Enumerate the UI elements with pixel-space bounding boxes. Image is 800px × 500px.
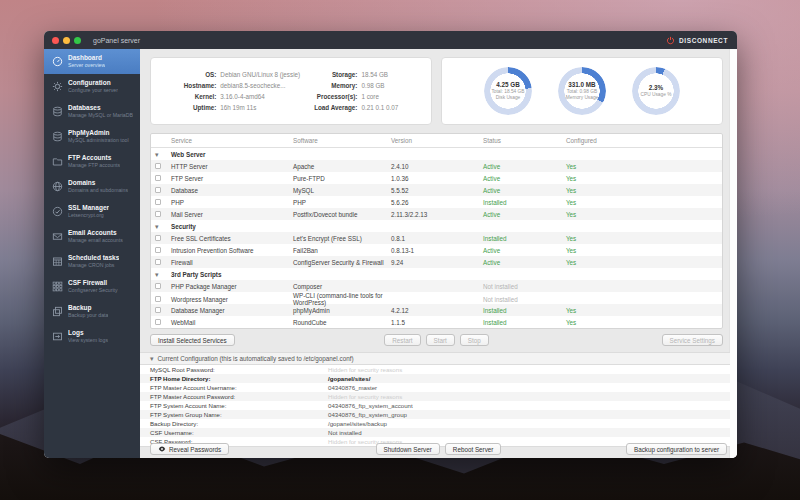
status-badge: Active	[483, 247, 566, 254]
info-label: Uptime:	[184, 104, 217, 111]
service-row[interactable]: Mail ServerPostfix/Dovecot bundle2.11.3/…	[151, 208, 722, 220]
sidebar-item-backup[interactable]: BackupBackup your data	[44, 299, 140, 324]
grid-icon	[51, 281, 63, 293]
info-label: Hostname:	[184, 82, 217, 89]
config-panel: MySQL Root Password:Hidden for security …	[140, 365, 730, 447]
sidebar-item-subtitle: MySQL administration tool	[68, 137, 129, 144]
service-row[interactable]: Free SSL CertificatesLet's Encrypt (Free…	[151, 232, 722, 244]
info-value: Debian GNU/Linux 8 (jessie)	[220, 71, 300, 78]
col-version: Version	[391, 137, 483, 144]
status-badge: Not installed	[483, 296, 566, 303]
config-row: FTP Master Account Password:Hidden for s…	[140, 392, 730, 401]
minimize-button[interactable]	[63, 37, 70, 44]
config-row: FTP Home Directory:/gopanel/sites/	[140, 374, 730, 383]
col-service: Service	[171, 137, 293, 144]
reveal-passwords-button[interactable]: Reveal Passwords	[150, 443, 229, 455]
sidebar-item-configuration[interactable]: ConfigurationConfigure your server	[44, 74, 140, 99]
reboot-server-button[interactable]: Reboot Server	[445, 443, 502, 455]
info-value: 0.21 0.1 0.07	[361, 104, 398, 111]
sidebar-item-title: Dashboard	[68, 54, 105, 62]
export-arrow-icon	[51, 331, 63, 343]
calendar-icon	[51, 256, 63, 268]
zoom-button[interactable]	[74, 37, 81, 44]
service-row[interactable]: PHP Package ManagerComposerNot installed	[151, 280, 722, 292]
service-row[interactable]: WebMailRoundCube1.1.5InstalledYes	[151, 316, 722, 328]
window-titlebar: goPanel server DISCONNECT	[44, 31, 737, 49]
status-badge: Installed	[483, 235, 566, 242]
config-row: FTP Master Account Username:04340876_mas…	[140, 383, 730, 392]
sidebar-item-ftp-accounts[interactable]: FTP AccountsManage FTP accounts	[44, 149, 140, 174]
server-info-right: Storage:18.54 GB Memory:0.98 GB Processo…	[314, 71, 398, 111]
service-row[interactable]: Intrusion Prevention SoftwareFail2Ban0.8…	[151, 244, 722, 256]
restart-button[interactable]: Restart	[384, 334, 420, 346]
group-row-security[interactable]: ▾Security	[151, 220, 722, 232]
service-row[interactable]: HTTP ServerApache2.4.10ActiveYes	[151, 160, 722, 172]
power-icon	[666, 36, 675, 45]
sidebar-item-title: Logs	[68, 329, 108, 337]
copy-icon	[51, 306, 63, 318]
service-settings-button[interactable]: Service Settings	[662, 334, 724, 346]
start-button[interactable]: Start	[426, 334, 455, 346]
window-title: goPanel server	[93, 37, 140, 44]
usage-card: 4.25 GBTotal: 18.54 GBDisk Usage 331.0 M…	[441, 57, 723, 125]
sidebar-item-subtitle: View system logs	[68, 337, 108, 344]
stop-button[interactable]: Stop	[460, 334, 489, 346]
row-checkbox[interactable]	[155, 163, 161, 169]
sidebar-item-domains[interactable]: DomainsDomains and subdomains	[44, 174, 140, 199]
cpu-usage-text: 2.3%CPU Usage %	[632, 67, 680, 115]
disconnect-button[interactable]: DISCONNECT	[666, 36, 728, 45]
row-checkbox[interactable]	[155, 259, 161, 265]
status-badge: Installed	[483, 307, 566, 314]
sidebar-item-title: Configuration	[68, 79, 118, 87]
sidebar-item-databases[interactable]: DatabasesManage MySQL or MariaDB	[44, 99, 140, 124]
row-checkbox[interactable]	[155, 235, 161, 241]
sidebar-item-phpmyadmin[interactable]: PhpMyAdminMySQL administration tool	[44, 124, 140, 149]
services-table-header: Service Software Version Status Configur…	[151, 134, 722, 148]
info-value: 0.98 GB	[361, 82, 398, 89]
sidebar-item-subtitle: Domains and subdomains	[68, 187, 128, 194]
sidebar-item-csf-firewall[interactable]: CSF FirewallConfigserver Security	[44, 274, 140, 299]
sidebar-item-scheduled-tasks[interactable]: Scheduled tasksManage CRON jobs	[44, 249, 140, 274]
service-row[interactable]: DatabaseMySQL5.5.52ActiveYes	[151, 184, 722, 196]
check-circle-icon	[51, 206, 63, 218]
row-checkbox[interactable]	[155, 187, 161, 193]
shutdown-server-button[interactable]: Shutdown Server	[376, 443, 440, 455]
service-row[interactable]: Database ManagerphpMyAdmin4.2.12Installe…	[151, 304, 722, 316]
sidebar-item-subtitle: Manage FTP accounts	[68, 162, 120, 169]
info-label: OS:	[184, 71, 217, 78]
row-checkbox[interactable]	[155, 247, 161, 253]
table-actions-bar: Restart Start Stop Install Selected Serv…	[150, 334, 723, 347]
service-row[interactable]: PHPPHP5.6.26InstalledYes	[151, 196, 722, 208]
group-row-3rd-party[interactable]: ▾3rd Party Scripts	[151, 268, 722, 280]
database-icon	[51, 106, 63, 118]
config-section-header[interactable]: ▾ Current Configuration (this is automat…	[140, 352, 730, 365]
row-checkbox[interactable]	[155, 175, 161, 181]
gauge-icon	[51, 56, 63, 68]
row-checkbox[interactable]	[155, 199, 161, 205]
row-checkbox[interactable]	[155, 307, 161, 313]
sidebar-item-subtitle: Server overview	[68, 62, 105, 69]
service-row[interactable]: Wordpress ManagerWP-CLI (command-line to…	[151, 292, 722, 304]
service-row[interactable]: FTP ServerPure-FTPD1.0.36ActiveYes	[151, 172, 722, 184]
sidebar-item-title: FTP Accounts	[68, 154, 120, 162]
scrollbar-track[interactable]	[729, 49, 737, 458]
backup-configuration-button[interactable]: Backup configuration to server	[626, 443, 727, 455]
sidebar-item-title: Domains	[68, 179, 128, 187]
close-button[interactable]	[52, 37, 59, 44]
row-checkbox[interactable]	[155, 283, 161, 289]
install-selected-services-button[interactable]: Install Selected Services	[150, 334, 235, 346]
row-checkbox[interactable]	[155, 211, 161, 217]
row-checkbox[interactable]	[155, 296, 161, 302]
sidebar-item-subtitle: Letsencrypt.org	[68, 212, 109, 219]
row-checkbox[interactable]	[155, 319, 161, 325]
sidebar-item-dashboard[interactable]: DashboardServer overview	[44, 49, 140, 74]
status-badge: Installed	[483, 319, 566, 326]
group-row-web-server[interactable]: ▾Web Server	[151, 148, 722, 160]
info-label: Storage:	[314, 71, 357, 78]
sidebar-item-ssl-manager[interactable]: SSL ManagerLetsencrypt.org	[44, 199, 140, 224]
sidebar-item-email-accounts[interactable]: Email AccountsManage email accounts	[44, 224, 140, 249]
service-row[interactable]: FirewallConfigServer Security & Firewall…	[151, 256, 722, 268]
sidebar-item-logs[interactable]: LogsView system logs	[44, 324, 140, 349]
collapse-arrow-icon: ▾	[155, 223, 171, 230]
disk-usage-donut: 4.25 GBTotal: 18.54 GBDisk Usage	[484, 67, 532, 115]
